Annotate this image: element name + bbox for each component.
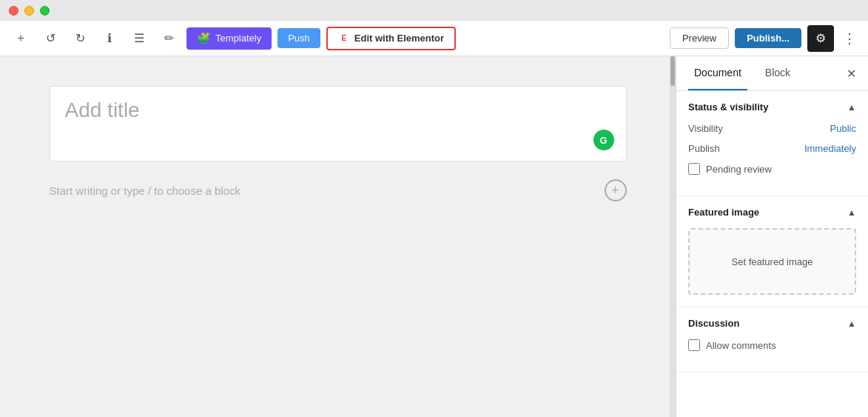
allow-comments-row: Allow comments <box>688 339 856 351</box>
sidebar-close-button[interactable]: ✕ <box>847 67 856 81</box>
preview-label: Preview <box>682 33 716 44</box>
settings-button[interactable]: ⚙ <box>807 25 834 52</box>
grammarly-icon: G <box>593 130 614 150</box>
visibility-label: Visibility <box>688 123 723 134</box>
tab-document[interactable]: Document <box>688 56 747 90</box>
discussion-title: Discussion <box>688 318 739 329</box>
discussion-section: Discussion ▲ Allow comments <box>676 307 868 373</box>
discussion-body: Allow comments <box>676 339 868 372</box>
status-visibility-title: Status & visibility <box>688 101 768 113</box>
editor-area: G Start writing or type / to choose a bl… <box>0 56 676 417</box>
sidebar-tabs: Document Block ✕ <box>676 56 868 91</box>
pen-button[interactable]: ✏ <box>157 27 181 50</box>
post-title-input[interactable] <box>65 99 611 146</box>
more-options-button[interactable]: ⋮ <box>840 27 859 50</box>
right-sidebar: Document Block ✕ Status & visibility ▲ V… <box>676 56 868 417</box>
tab-document-label: Document <box>694 67 741 79</box>
set-featured-image-button[interactable]: Set featured image <box>688 228 856 295</box>
publish-row: Publish Immediately <box>688 143 856 154</box>
featured-image-title: Featured image <box>688 207 759 218</box>
maximize-button[interactable] <box>40 6 50 16</box>
visibility-value[interactable]: Public <box>830 123 856 134</box>
templately-label: Templately <box>215 33 261 44</box>
list-button[interactable]: ☰ <box>127 27 151 50</box>
preview-button[interactable]: Preview <box>670 27 729 49</box>
featured-image-body: Set featured image <box>676 228 868 307</box>
allow-comments-label: Allow comments <box>706 340 776 351</box>
redo-button[interactable]: ↻ <box>68 27 92 50</box>
more-icon: ⋮ <box>843 31 856 46</box>
publish-button[interactable]: Publish... <box>735 28 801 48</box>
templately-icon: 🧩 <box>197 32 211 45</box>
editor-content: G Start writing or type / to choose a bl… <box>50 86 627 201</box>
featured-image-header[interactable]: Featured image ▲ <box>676 196 868 228</box>
publish-label: Publish <box>688 143 720 154</box>
write-area: Start writing or type / to choose a bloc… <box>50 179 627 201</box>
push-button[interactable]: Push <box>277 28 320 48</box>
edit-with-elementor-button[interactable]: E Edit with Elementor <box>326 27 456 50</box>
toolbar-left: ＋ ↺ ↻ ℹ ☰ ✏ 🧩 Templately Push E Edit wit… <box>9 27 664 50</box>
toolbar-right: Preview Publish... ⚙ ⋮ <box>670 25 859 52</box>
visibility-row: Visibility Public <box>688 123 856 134</box>
status-visibility-section: Status & visibility ▲ Visibility Public … <box>676 91 868 196</box>
elementor-icon: E <box>338 33 350 44</box>
chevron-up-icon-2: ▲ <box>847 207 856 218</box>
toolbar: ＋ ↺ ↻ ℹ ☰ ✏ 🧩 Templately Push E Edit wit… <box>0 21 868 56</box>
tab-block-label: Block <box>765 67 790 79</box>
allow-comments-checkbox[interactable] <box>688 339 700 351</box>
pending-review-row: Pending review <box>688 163 856 175</box>
status-visibility-body: Visibility Public Publish Immediately Pe… <box>676 123 868 196</box>
templately-button[interactable]: 🧩 Templately <box>186 27 272 50</box>
featured-image-section: Featured image ▲ Set featured image <box>676 196 868 307</box>
scrollbar[interactable] <box>670 56 676 417</box>
status-visibility-header[interactable]: Status & visibility ▲ <box>676 91 868 123</box>
add-block-button[interactable]: + <box>605 179 627 201</box>
title-bar <box>0 0 868 21</box>
set-featured-image-label: Set featured image <box>732 256 813 267</box>
main-layout: G Start writing or type / to choose a bl… <box>0 56 868 417</box>
pending-review-label: Pending review <box>706 164 772 175</box>
title-area: G <box>50 86 627 161</box>
publish-value[interactable]: Immediately <box>804 143 856 154</box>
scroll-thumb <box>670 56 675 86</box>
chevron-up-icon: ▲ <box>847 102 856 113</box>
write-placeholder: Start writing or type / to choose a bloc… <box>50 184 596 197</box>
info-button[interactable]: ℹ <box>98 27 121 50</box>
minimize-button[interactable] <box>24 6 34 16</box>
add-block-toolbar-button[interactable]: ＋ <box>9 27 33 50</box>
undo-button[interactable]: ↺ <box>38 27 62 50</box>
chevron-up-icon-3: ▲ <box>847 318 856 329</box>
gear-icon: ⚙ <box>815 31 826 45</box>
publish-label: Publish... <box>747 33 790 44</box>
push-label: Push <box>288 33 310 44</box>
tab-block[interactable]: Block <box>759 56 796 90</box>
pending-review-checkbox[interactable] <box>688 163 700 175</box>
elementor-label: Edit with Elementor <box>354 33 444 44</box>
close-button[interactable] <box>9 6 18 16</box>
discussion-header[interactable]: Discussion ▲ <box>676 307 868 339</box>
